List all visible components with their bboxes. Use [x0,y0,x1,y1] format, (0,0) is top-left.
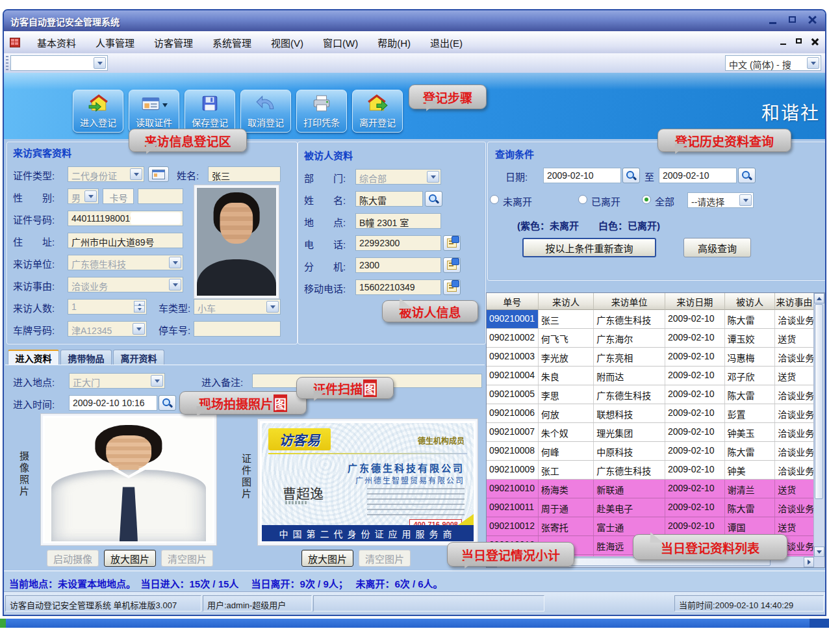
table-cell[interactable]: 送货 [775,480,814,498]
chevron-down-icon[interactable] [807,57,819,69]
entry-place-select[interactable]: 正大门 [69,373,165,389]
date-to-input[interactable]: 2009-02-10 [659,168,737,183]
visitee-search-button[interactable] [425,191,442,207]
query-select[interactable]: --请选择 [687,192,754,208]
parking-input[interactable] [194,321,281,337]
table-cell[interactable]: 广东德生科技 [594,461,665,479]
vscroll-thumb[interactable] [815,304,823,499]
table-cell[interactable]: 2009-02-10 [665,310,725,328]
chevron-down-icon[interactable] [130,168,142,180]
visitor-name-input[interactable]: 张三 [208,166,281,182]
toolbar-gripper[interactable] [6,56,8,70]
table-cell[interactable]: 2009-02-10 [665,423,725,441]
table-cell[interactable]: 090210010 [487,480,539,498]
chevron-down-icon[interactable] [427,171,439,183]
table-cell[interactable]: 090210008 [487,442,539,460]
table-row[interactable]: 090210011周于通赴美电子2009-02-10陈大雷洽谈业务 [487,498,814,517]
table-cell[interactable]: 送货 [775,367,814,385]
column-header[interactable]: 来访单位 [594,293,665,310]
close-icon[interactable] [807,16,819,25]
table-cell[interactable]: 陈大雷 [725,385,776,404]
table-cell[interactable]: 联想科技 [594,404,665,422]
chevron-down-icon[interactable] [169,257,181,268]
date-from-picker-button[interactable] [622,168,640,183]
enter-register-button[interactable]: 进入登记 [73,90,123,133]
company-select[interactable]: 广东德生科技 [68,255,183,270]
date-to-picker-button[interactable] [738,168,756,183]
table-row[interactable]: 090210008何峰中原科技2009-02-10陈大雷洽谈业务 [487,442,814,461]
table-cell[interactable]: 洽谈业务 [775,461,814,479]
table-row[interactable]: 090210001张三广东德生科技2009-02-10陈大雷洽谈业务 [487,310,814,329]
save-register-button[interactable]: 保存登记 [185,90,235,133]
count-stepper[interactable]: 1 [68,299,147,315]
table-cell[interactable]: 2009-02-10 [665,404,725,422]
table-cell[interactable]: 2009-02-10 [665,498,725,517]
table-row[interactable]: 090210006何放联想科技2009-02-10彭置洽谈业务 [487,404,814,423]
table-cell[interactable]: 洽谈业务 [775,423,814,441]
menu-item[interactable]: 系统管理 [203,36,261,49]
start-camera-button[interactable]: 启动摄像 [47,550,99,567]
table-cell[interactable]: 广东海尔 [594,329,665,347]
gender-select[interactable]: 男 [68,188,99,204]
table-cell[interactable]: 谭国 [725,517,776,535]
table-cell[interactable]: 彭置 [725,404,776,422]
chevron-down-icon[interactable] [739,194,752,206]
menu-item[interactable]: 访客管理 [144,36,203,49]
scroll-up-icon[interactable] [814,293,824,303]
table-cell[interactable]: 谭玉姣 [725,329,776,347]
table-cell[interactable]: 钟美 [725,461,776,479]
dial-phone-button[interactable] [443,235,461,251]
table-cell[interactable]: 杨海类 [539,480,594,498]
column-header[interactable]: 被访人 [725,293,776,310]
tab-leave-info[interactable]: 离开资料 [113,350,164,365]
table-cell[interactable]: 2009-02-10 [665,367,725,385]
table-cell[interactable]: 何飞飞 [539,329,594,347]
read-card-button[interactable]: 读取证件 [129,90,179,133]
visitee-name-input[interactable]: 陈大雷 [355,191,423,207]
menu-item[interactable]: 基本资料 [27,36,86,49]
radio-all[interactable] [642,195,651,204]
menu-item[interactable]: 视图(V) [261,36,313,49]
menu-item[interactable]: 窗口(W) [313,36,368,49]
table-row[interactable]: 090210009张工广东德生科技2009-02-10钟美洽谈业务 [487,461,814,480]
language-select[interactable]: 中文 (简体) - 搜 [725,55,821,71]
table-cell[interactable]: 朱个奴 [539,423,594,441]
table-cell[interactable]: 090210012 [487,517,539,535]
table-cell[interactable]: 洽谈业务 [775,385,814,404]
zoom-camera-photo-button[interactable]: 放大图片 [104,550,156,567]
column-header[interactable]: 来访人 [539,293,594,310]
table-row[interactable]: 090210010杨海类新联通2009-02-10谢清兰送货 [487,480,814,498]
table-cell[interactable]: 陈大雷 [725,310,776,328]
table-cell[interactable]: 张工 [539,461,594,479]
table-cell[interactable]: 2009-02-10 [665,442,725,460]
radio-left-label[interactable]: 已离开 [591,194,620,208]
dept-select[interactable]: 综合部 [355,169,441,185]
table-cell[interactable]: 广东德生科技 [594,310,665,328]
table-row[interactable]: 090210003李光放广东亮相2009-02-10冯惠梅洽谈业务 [487,348,814,367]
table-cell[interactable]: 洽谈业务 [775,348,814,366]
table-cell[interactable]: 广东亮相 [594,348,665,366]
reason-select[interactable]: 洽谈业务 [68,277,183,292]
advanced-query-button[interactable]: 高级查询 [683,238,751,257]
requery-button[interactable]: 按以上条件重新查询 [522,238,656,257]
table-cell[interactable]: 090210004 [487,367,539,385]
zoom-card-image-button[interactable]: 放大图片 [301,550,353,567]
column-header[interactable]: 来访日期 [665,293,725,310]
menu-item[interactable]: 退出(E) [420,36,472,49]
card-reader-button[interactable] [148,166,169,182]
table-cell[interactable]: 中原科技 [594,442,665,460]
table-cell[interactable]: 送货 [775,329,814,347]
cancel-register-button[interactable]: 取消登记 [240,90,291,133]
cert-no-input[interactable]: 4401111980010 [68,211,183,226]
table-cell[interactable]: 090210011 [487,498,539,517]
clear-card-image-button[interactable]: 清空图片 [359,550,411,567]
mdi-minimize-icon[interactable] [780,38,789,45]
dial-mobile-button[interactable] [443,279,461,295]
spin-down-icon[interactable] [134,305,145,313]
clear-camera-photo-button[interactable]: 清空图片 [161,550,213,567]
table-cell[interactable]: 邓子欣 [725,367,776,385]
table-row[interactable]: 090210002何飞飞广东海尔2009-02-10谭玉姣送货 [487,329,814,348]
dial-ext-button[interactable] [443,257,461,273]
table-cell[interactable]: 谢清兰 [725,480,776,498]
entry-time-input[interactable]: 2009-02-10 10:16 [69,395,157,411]
